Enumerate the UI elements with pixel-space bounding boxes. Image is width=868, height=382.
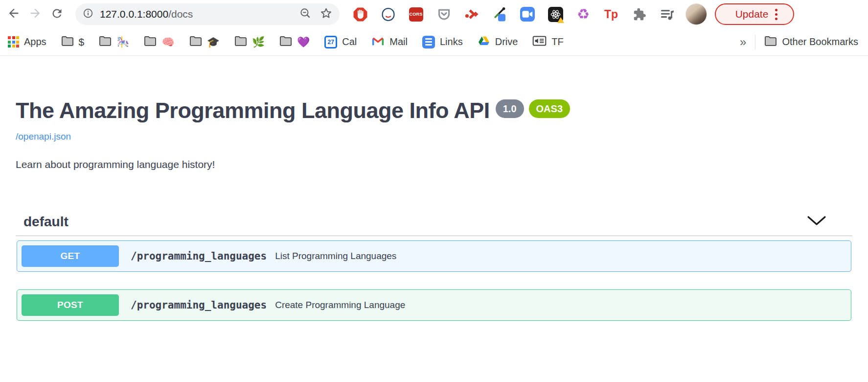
calendar-label: Cal — [342, 36, 357, 48]
links-label: Links — [440, 36, 463, 48]
apps-label: Apps — [24, 36, 46, 48]
swagger-page: The Amazing Programming Language Info AP… — [0, 98, 868, 321]
tag-title: default — [23, 214, 69, 230]
api-title-text: The Amazing Programming Language Info AP… — [16, 98, 490, 123]
react-devtools-icon[interactable] — [548, 6, 563, 22]
operation-path: /programming_languages — [131, 299, 267, 311]
folder-label: 🧠 — [161, 37, 174, 47]
folder-label: 🎠 — [116, 37, 129, 47]
tag-section-default: default GET /programming_languages List … — [16, 208, 852, 321]
recycle-glyph: ♻ — [577, 7, 590, 22]
site-info-icon[interactable] — [82, 7, 94, 21]
gmail-icon — [371, 36, 385, 48]
cors-extension-icon[interactable]: CORS — [408, 6, 424, 22]
operation-summary: List Programming Languages — [275, 251, 396, 262]
method-badge-get: GET — [22, 245, 119, 267]
operation-path: /programming_languages — [131, 250, 267, 262]
extensions-row: CORS — [352, 6, 675, 22]
back-button[interactable] — [3, 3, 24, 25]
apps-shortcut[interactable]: Apps — [8, 36, 46, 48]
kebab-menu-icon[interactable] — [775, 9, 777, 20]
tp-label: Tp — [604, 9, 618, 20]
forward-button[interactable] — [24, 3, 46, 25]
extensions-puzzle-icon[interactable] — [631, 6, 647, 22]
operation-row-post[interactable]: POST /programming_languages Create Progr… — [17, 289, 851, 321]
reload-icon — [50, 7, 64, 22]
folder-label: 🎓 — [207, 37, 220, 47]
bookmark-gmail[interactable]: Mail — [371, 36, 408, 48]
operation-row-get[interactable]: GET /programming_languages List Programm… — [17, 240, 851, 272]
tag-section-header[interactable]: default — [16, 208, 852, 236]
bookmarks-overflow-chevron[interactable]: » — [740, 35, 746, 49]
method-badge-post: POST — [22, 294, 119, 316]
reload-button[interactable] — [46, 3, 68, 25]
bookmark-calendar[interactable]: 27 Cal — [324, 36, 357, 48]
forward-icon — [28, 6, 42, 22]
calendar-icon: 27 — [324, 36, 337, 48]
bookmark-folder-brain[interactable]: 🧠 — [144, 36, 174, 48]
apps-grid-icon — [8, 36, 19, 48]
tp-extension-icon[interactable]: Tp — [603, 6, 619, 22]
other-bookmarks-label: Other Bookmarks — [782, 36, 858, 48]
folder-icon — [144, 36, 157, 48]
url-text[interactable]: 127.0.0.1:8000/docs — [100, 8, 193, 20]
adblock-stop-hand-icon[interactable] — [352, 6, 368, 22]
bookmark-folder-graduation[interactable]: 🎓 — [189, 36, 220, 48]
folder-label: 💜 — [297, 37, 310, 47]
update-button[interactable]: Update — [715, 3, 794, 25]
api-description: Learn about programming language history… — [16, 159, 852, 170]
folder-icon — [234, 36, 247, 48]
operations-list: GET /programming_languages List Programm… — [16, 240, 852, 321]
zoom-out-icon[interactable] — [299, 7, 312, 22]
bookmark-folder-heart[interactable]: 💜 — [279, 36, 310, 48]
bookmarks-bar: Apps $ 🎠 🧠 🎓 🌿 💜 27 Cal Mail — [0, 28, 868, 56]
bookmark-folder-horse[interactable]: 🎠 — [99, 36, 129, 48]
folder-icon — [61, 36, 74, 48]
bookmarks-right-group: » Other Bookmarks — [740, 35, 858, 49]
other-bookmarks[interactable]: Other Bookmarks — [764, 36, 858, 48]
gmail-label: Mail — [389, 36, 408, 48]
folder-label: $ — [79, 37, 85, 47]
operation-summary: Create Programming Language — [275, 300, 405, 310]
warning-triangle-icon — [557, 17, 564, 23]
red-arrow-extension-icon[interactable] — [464, 6, 480, 22]
openapi-json-link[interactable]: /openapi.json — [16, 131, 71, 142]
folder-icon — [99, 36, 112, 48]
back-icon — [7, 6, 21, 22]
bookmark-tf[interactable]: TF — [532, 35, 563, 49]
browser-toolbar: 127.0.0.1:8000/docs — [0, 0, 868, 28]
folder-icon — [189, 36, 202, 48]
bookmark-drive[interactable]: Drive — [478, 35, 518, 49]
color-picker-eyedropper-icon[interactable] — [492, 6, 507, 22]
bookmark-folder-money[interactable]: $ — [61, 36, 85, 48]
chat-bubble-icon[interactable] — [380, 6, 396, 22]
zoom-video-icon[interactable] — [520, 6, 535, 22]
profile-avatar[interactable] — [685, 3, 707, 25]
recycle-extension-icon[interactable]: ♻ — [575, 6, 591, 22]
tf-label: TF — [551, 36, 563, 48]
flashcard-audio-icon — [532, 35, 547, 49]
react-atom-glyph — [548, 7, 563, 22]
bookmark-folder-herb[interactable]: 🌿 — [234, 36, 265, 48]
folder-icon — [279, 36, 292, 48]
oas3-badge: OAS3 — [529, 99, 570, 118]
drive-icon — [478, 35, 490, 49]
folder-icon — [764, 36, 777, 48]
bookmark-links[interactable]: Links — [422, 36, 463, 48]
update-label: Update — [735, 8, 769, 20]
bookmark-star-icon[interactable] — [320, 7, 333, 22]
video-camera-glyph — [520, 7, 535, 22]
media-playlist-icon[interactable] — [659, 6, 675, 22]
version-badge: 1.0 — [496, 99, 524, 118]
list-icon — [422, 36, 435, 48]
folder-label: 🌿 — [252, 37, 265, 47]
drive-label: Drive — [495, 36, 518, 48]
chevron-down-icon[interactable] — [806, 215, 827, 229]
api-title: The Amazing Programming Language Info AP… — [16, 98, 852, 123]
cors-label: CORS — [409, 7, 423, 22]
bookmarks-divider — [755, 35, 755, 49]
address-bar[interactable]: 127.0.0.1:8000/docs — [75, 3, 340, 25]
pocket-icon[interactable] — [436, 6, 452, 22]
